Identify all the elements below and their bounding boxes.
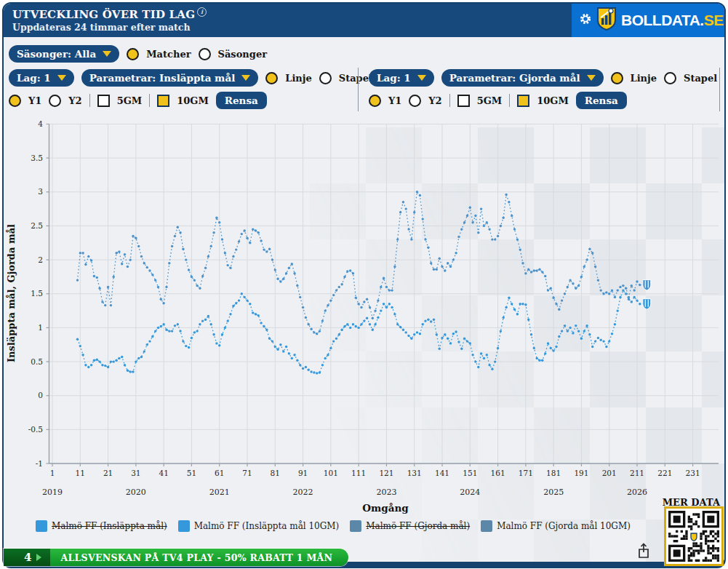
panel1-radio-y2-label[interactable]: Y2	[68, 95, 81, 106]
panel2-checkbox-5gm[interactable]	[457, 95, 470, 107]
svg-text:231: 231	[686, 469, 700, 477]
svg-text:191: 191	[574, 469, 588, 477]
svg-text:3.5: 3.5	[31, 154, 43, 162]
svg-text:171: 171	[519, 469, 533, 477]
svg-text:121: 121	[379, 469, 393, 477]
svg-text:2025: 2025	[543, 488, 564, 497]
panel1-radio-stapel[interactable]	[319, 72, 332, 84]
svg-text:2023: 2023	[376, 488, 396, 497]
svg-text:111: 111	[351, 469, 366, 477]
panel2-rensa-button[interactable]: Rensa	[576, 92, 627, 109]
radio-matcher[interactable]	[127, 48, 139, 60]
chevron-down-icon	[587, 75, 596, 81]
panel2-radio-y1[interactable]	[369, 95, 381, 107]
divider	[724, 71, 725, 84]
panel2-radio-linje[interactable]	[611, 72, 623, 84]
svg-text:2019: 2019	[42, 488, 63, 497]
legend-item-gjorda[interactable]: Malmö FF (Gjorda mål)	[350, 520, 470, 532]
svg-text:131: 131	[407, 469, 422, 477]
panel1-radio-y2[interactable]	[49, 95, 61, 107]
svg-text:-0.5: -0.5	[28, 425, 43, 434]
radio-matcher-label[interactable]: Matcher	[146, 49, 191, 60]
qr-code[interactable]	[664, 506, 724, 566]
panel1-checkbox-5gm-label[interactable]: 5GM	[117, 95, 143, 106]
panel2-checkbox-10gm-label[interactable]: 10GM	[537, 95, 569, 106]
svg-text:91: 91	[298, 469, 308, 477]
svg-text:1: 1	[38, 323, 43, 332]
svg-text:141: 141	[435, 469, 449, 477]
svg-text:11: 11	[76, 469, 85, 477]
info-icon[interactable]: i	[197, 7, 207, 17]
gear-icon[interactable]	[579, 12, 592, 28]
divider	[89, 94, 90, 107]
legend-item-gjorda-10gm[interactable]: Malmö FF (Gjorda mål 10GM)	[481, 520, 631, 532]
chevron-down-icon	[57, 75, 66, 81]
panel1-radio-y1[interactable]	[9, 95, 21, 107]
panel1-radio-stapel-label[interactable]: Stapel	[339, 73, 372, 84]
ticker-text: ALLSVENSKAN PÅ TV4 PLAY - 50% RABATT 1 M…	[50, 549, 348, 566]
panel2-checkbox-10gm[interactable]	[517, 95, 529, 107]
line-chart: -1-0.500.511.522.533.5411121314151617181…	[4, 111, 724, 519]
legend-swatch	[178, 520, 190, 532]
panel2-team-dropdown[interactable]: Lag: 1	[369, 69, 434, 87]
svg-text:2022: 2022	[293, 488, 313, 497]
divider	[509, 94, 510, 107]
bolldata-widget: UTVECKLING ÖVER TID LAGi Uppdateras 24 t…	[0, 0, 728, 569]
team-crest-icon	[643, 299, 651, 310]
panel1-rensa-button[interactable]: Rensa	[216, 92, 267, 109]
radio-sasonger[interactable]	[199, 48, 211, 60]
ad-ticker[interactable]: 4 ALLSVENSKAN PÅ TV4 PLAY - 50% RABATT 1…	[4, 549, 348, 566]
svg-text:221: 221	[657, 469, 672, 477]
svg-text:161: 161	[491, 469, 505, 477]
panel1-radio-linje[interactable]	[265, 72, 278, 84]
page-title: UTVECKLING ÖVER TID LAGi	[12, 7, 207, 21]
svg-text:2.5: 2.5	[31, 221, 43, 230]
panel2-radio-y1-label[interactable]: Y1	[388, 95, 401, 106]
chevron-down-icon	[417, 75, 426, 81]
panel1-checkbox-5gm[interactable]	[97, 95, 110, 107]
svg-text:81: 81	[271, 469, 280, 477]
legend-item-inslappta[interactable]: Malmö FF (Insläppta mål)	[36, 520, 167, 532]
panel2-radio-y2[interactable]	[409, 95, 421, 107]
chevron-down-icon	[103, 51, 111, 57]
svg-text:61: 61	[215, 469, 224, 477]
panel1-checkbox-10gm-label[interactable]: 10GM	[177, 95, 209, 106]
svg-text:2026: 2026	[627, 488, 647, 497]
play-icon	[36, 554, 41, 561]
panel1-radio-linje-label[interactable]: Linje	[285, 73, 312, 84]
svg-text:1.5: 1.5	[31, 289, 43, 298]
panel1-checkbox-10gm[interactable]	[157, 95, 169, 107]
svg-text:211: 211	[630, 469, 644, 477]
panel1-row1: Lag: 1 Parametrar: Insläppta mål Linje S…	[9, 68, 380, 88]
panel2-row2: Y1 Y2 5GM 10GM Rensa	[369, 90, 627, 111]
page-subtitle: Uppdateras 24 timmar efter match	[12, 22, 191, 33]
svg-text:4: 4	[38, 119, 43, 128]
divider	[449, 94, 450, 107]
svg-text:31: 31	[131, 469, 140, 477]
panel2-radio-y2-label[interactable]: Y2	[428, 95, 441, 106]
svg-text:3: 3	[38, 187, 43, 196]
legend-swatch	[481, 520, 492, 532]
radio-sasonger-label[interactable]: Säsonger	[218, 49, 267, 60]
legend-swatch	[36, 520, 47, 532]
legend-swatch	[350, 520, 361, 532]
svg-text:181: 181	[546, 469, 561, 477]
svg-text:2020: 2020	[126, 488, 146, 497]
main-card: UTVECKLING ÖVER TID LAGi Uppdateras 24 t…	[2, 2, 726, 568]
brand-wordmark: BOLLDATA.SE	[621, 12, 724, 29]
panel2-parameter-dropdown[interactable]: Parametrar: Gjorda mål	[441, 69, 604, 87]
panel2-radio-stapel[interactable]	[664, 72, 676, 84]
svg-text:Omgång: Omgång	[362, 502, 409, 514]
svg-text:1: 1	[50, 469, 55, 477]
panel2-radio-linje-label[interactable]: Linje	[631, 73, 657, 84]
season-dropdown[interactable]: Säsonger: Alla	[9, 45, 119, 63]
panel1-team-dropdown[interactable]: Lag: 1	[9, 69, 74, 87]
panel2-checkbox-5gm-label[interactable]: 5GM	[477, 95, 503, 106]
panel1-row2: Y1 Y2 5GM 10GM Rensa	[9, 90, 267, 111]
share-icon[interactable]	[637, 543, 650, 562]
brand-area[interactable]: BOLLDATA.SE	[572, 4, 724, 37]
panel1-parameter-dropdown[interactable]: Parametrar: Insläppta mål	[81, 69, 259, 87]
panel1-radio-y1-label[interactable]: Y1	[28, 95, 41, 106]
legend-item-inslappta-10gm[interactable]: Malmö FF (Insläppta mål 10GM)	[178, 520, 340, 532]
panel2-radio-stapel-label[interactable]: Stapel	[684, 73, 717, 84]
